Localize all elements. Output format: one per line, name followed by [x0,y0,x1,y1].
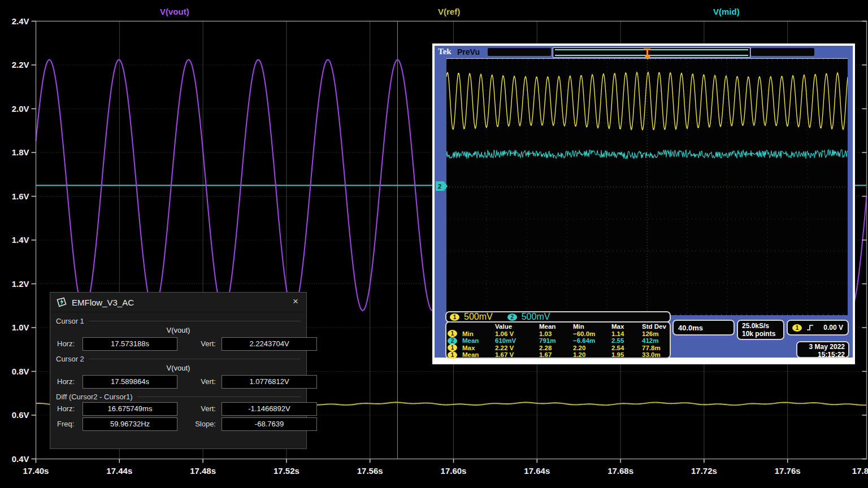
freq-label: Freq: [56,420,81,428]
datetime-readout: 3 May 2022 15:15:22 [796,341,849,358]
cursor2-section-header: Cursor 2 [56,354,301,363]
measurement-row: 1 Mean1.67 V 1.671.20 1.9533.0m [448,351,669,358]
record-view-line [555,49,748,50]
svg-text:17.8: 17.8 [852,466,868,476]
slope-label: Slope: [179,420,220,428]
measurement-header-row: Value Mean Min Max Std Dev [448,323,669,330]
sample-rate-readout: 25.0kS/s 10k points [737,320,784,340]
freq-field[interactable]: 59.96732Hz [83,417,177,431]
tek-logo: Tek [438,47,452,56]
svg-text:2.0V: 2.0V [12,104,29,114]
cursor1-values-row: Horz: 17.573188s Vert: 2.2243704V [56,336,301,351]
svg-text:17.48s: 17.48s [190,466,216,476]
measurement-row: 1 Min1.06 V 1.03−60.0m 1.14126m [448,330,669,337]
record-view-bar [553,47,750,58]
diff-section-header: Diff (Cursor2 - Cursor1) [56,392,301,401]
ltspice-logo-icon [56,297,67,308]
close-icon[interactable]: × [293,296,298,307]
svg-text:2.4V: 2.4V [12,16,29,26]
horizontal-scale-readout: 40.0ms [672,320,735,336]
trigger-level: 0.00 V [823,324,843,332]
cursor1-vert-field[interactable]: 2.2243704V [222,337,317,351]
svg-text:17.52s: 17.52s [274,466,300,476]
trigger-readout: 1 0.00 V [787,320,849,336]
ch2-badge-icon: 2 [448,337,457,345]
cursor2-signal: V(vout) [56,364,301,374]
ch1-badge-icon: 1 [448,344,457,351]
svg-text:17.64s: 17.64s [524,466,550,476]
horz-label: Horz: [56,404,81,413]
ch1-badge-icon: 1 [448,351,457,359]
svg-text:1.6V: 1.6V [12,191,29,201]
measurement-row: 2 Mean610mV 791m−6.64m 2.55412m [448,337,669,344]
cursor-dialog[interactable]: EMFlow_V3_AC × Cursor 1 V(vout) Horz: 17… [50,292,307,449]
channel-scale-readout: 1 500mV 2 500mV [445,311,671,323]
acquisition-mode-label: PreVu [457,47,480,56]
ch1-scale: 500mV [464,312,493,322]
cursor2-values-row: Horz: 17.589864s Vert: 1.0776812V [56,374,301,389]
measurement-table: Value Mean Min Max Std Dev 1 Min1.06 V 1… [445,321,671,359]
svg-text:17.40s: 17.40s [23,466,49,476]
trace-label-vmid[interactable]: V(mid) [713,7,740,16]
diff-horz-field[interactable]: 16.675749ms [83,402,177,416]
svg-text:1.4V: 1.4V [12,235,29,245]
vert-label: Vert: [179,377,220,386]
cursor1-section-header: Cursor 1 [56,316,301,325]
rising-edge-icon [806,324,814,331]
vert-label: Vert: [179,339,220,348]
freq-slope-row: Freq: 59.96732Hz Slope: -68.7639 [56,416,301,432]
horz-label: Horz: [56,377,81,386]
svg-text:17.60s: 17.60s [441,466,467,476]
topbar-segment [488,48,551,56]
trace-label-vout[interactable]: V(vout) [160,7,189,16]
dialog-body: Cursor 1 V(vout) Horz: 17.573188s Vert: … [50,312,306,436]
measurement-row: 1 Max2.22 V 2.282.20 2.5477.8m [448,344,669,351]
svg-text:1.8V: 1.8V [12,147,29,157]
slope-field[interactable]: -68.7639 [222,417,317,431]
trace-label-vref[interactable]: V(ref) [438,7,460,16]
channel2-ground-marker: 2 [436,181,448,191]
svg-text:0.8V: 0.8V [12,367,29,376]
svg-text:17.44s: 17.44s [106,466,132,476]
dialog-title-bar[interactable]: EMFlow_V3_AC × [50,293,306,312]
diff-vert-field[interactable]: -1.1466892V [222,402,317,416]
cursor1-signal: V(vout) [56,326,301,336]
scope-topbar: Tek PreVu [435,46,853,58]
svg-text:1.2V: 1.2V [12,279,29,289]
ltspice-waveform-window: { "plot": { "legend": [ {"label": "V(vou… [0,0,868,488]
svg-text:2.2V: 2.2V [12,60,29,69]
ch1-badge-icon: 1 [448,330,457,337]
trigger-source-badge-icon: 1 [792,324,802,332]
ch2-badge-icon: 2 [507,313,517,321]
vert-label: Vert: [179,404,220,413]
ch2-scale: 500mV [522,312,550,322]
svg-text:17.56s: 17.56s [357,466,383,476]
cursor2-horz-field[interactable]: 17.589864s [83,375,177,389]
svg-text:17.76s: 17.76s [775,466,801,476]
dialog-title: EMFlow_V3_AC [72,298,134,307]
scope-graticule-and-traces [446,59,848,315]
diff-values-row: Horz: 16.675749ms Vert: -1.1466892V [56,401,301,416]
cursor2-vert-field[interactable]: 1.0776812V [222,375,317,389]
scope-frame: Tek PreVu 2 1 500mV 2 500m [435,46,853,358]
svg-text:0.4V: 0.4V [12,454,29,464]
trigger-position-icon [643,49,651,61]
svg-text:17.68s: 17.68s [607,466,633,476]
svg-text:17.72s: 17.72s [691,466,717,476]
svg-text:0.6V: 0.6V [12,410,29,420]
topbar-segment [751,48,814,56]
record-view-line [555,55,748,56]
svg-text:1.0V: 1.0V [12,323,29,332]
cursor1-horz-field[interactable]: 17.573188s [83,337,177,351]
scope-display [446,58,848,315]
ch1-badge-icon: 1 [450,313,459,321]
horz-label: Horz: [56,339,81,348]
oscilloscope-screenshot: Tek PreVu 2 1 500mV 2 500m [432,43,855,364]
